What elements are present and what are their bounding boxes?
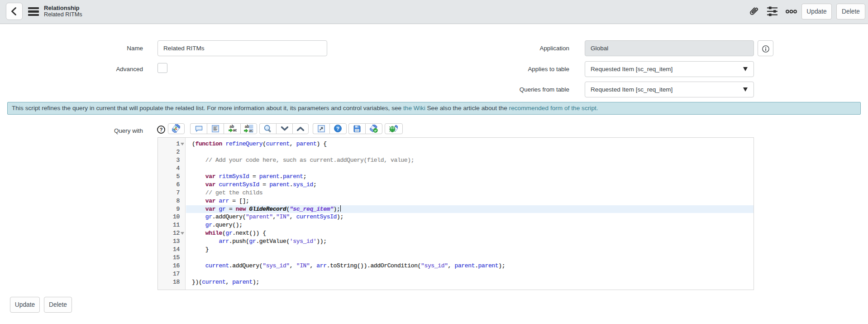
svg-text:ac: ac (233, 128, 237, 132)
svg-text:?: ? (160, 127, 163, 132)
svg-text:?: ? (336, 126, 339, 131)
